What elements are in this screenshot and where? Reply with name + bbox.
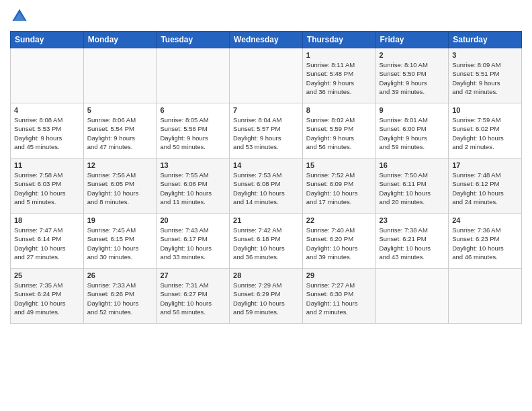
day-number: 29 — [306, 271, 372, 279]
week-row-2: 4Sunrise: 8:08 AM Sunset: 5:53 PM Daylig… — [11, 103, 522, 158]
day-number: 16 — [380, 161, 445, 169]
calendar-cell: 13Sunrise: 7:55 AM Sunset: 6:06 PM Dayli… — [157, 158, 230, 214]
day-header-wednesday: Wednesday — [230, 32, 303, 48]
week-row-4: 18Sunrise: 7:47 AM Sunset: 6:14 PM Dayli… — [11, 214, 522, 269]
day-number: 27 — [160, 271, 226, 279]
logo-icon — [10, 7, 29, 26]
cell-content: Sunrise: 7:59 AM Sunset: 6:02 PM Dayligh… — [452, 116, 518, 151]
day-number: 23 — [380, 216, 445, 224]
day-number: 8 — [306, 106, 372, 114]
cell-content: Sunrise: 7:50 AM Sunset: 6:11 PM Dayligh… — [380, 171, 445, 206]
cell-content: Sunrise: 8:06 AM Sunset: 5:54 PM Dayligh… — [87, 116, 153, 151]
calendar-cell: 18Sunrise: 7:47 AM Sunset: 6:14 PM Dayli… — [11, 214, 84, 269]
day-number: 12 — [87, 161, 153, 169]
day-number: 11 — [14, 161, 80, 169]
cell-content: Sunrise: 8:08 AM Sunset: 5:53 PM Dayligh… — [14, 116, 80, 151]
calendar-cell — [230, 48, 303, 103]
calendar-cell: 7Sunrise: 8:04 AM Sunset: 5:57 PM Daylig… — [230, 103, 303, 158]
logo — [10, 7, 32, 26]
cell-content: Sunrise: 7:36 AM Sunset: 6:23 PM Dayligh… — [452, 226, 518, 261]
cell-content: Sunrise: 7:55 AM Sunset: 6:06 PM Dayligh… — [160, 171, 226, 206]
day-header-thursday: Thursday — [302, 32, 375, 48]
calendar-cell: 23Sunrise: 7:38 AM Sunset: 6:21 PM Dayli… — [375, 214, 449, 269]
calendar-cell: 11Sunrise: 7:58 AM Sunset: 6:03 PM Dayli… — [11, 158, 84, 214]
calendar-cell: 21Sunrise: 7:42 AM Sunset: 6:18 PM Dayli… — [230, 214, 303, 269]
cell-content: Sunrise: 7:45 AM Sunset: 6:15 PM Dayligh… — [87, 226, 153, 261]
calendar-cell: 20Sunrise: 7:43 AM Sunset: 6:17 PM Dayli… — [157, 214, 230, 269]
day-number: 25 — [14, 271, 80, 279]
cell-content: Sunrise: 7:42 AM Sunset: 6:18 PM Dayligh… — [233, 226, 299, 261]
calendar-cell — [157, 48, 230, 103]
day-number: 26 — [87, 271, 153, 279]
calendar-cell: 15Sunrise: 7:52 AM Sunset: 6:09 PM Dayli… — [302, 158, 375, 214]
day-number: 7 — [233, 106, 299, 114]
day-number: 15 — [306, 161, 372, 169]
calendar-cell: 3Sunrise: 8:09 AM Sunset: 5:51 PM Daylig… — [449, 48, 522, 103]
calendar-cell: 24Sunrise: 7:36 AM Sunset: 6:23 PM Dayli… — [449, 214, 522, 269]
cell-content: Sunrise: 7:43 AM Sunset: 6:17 PM Dayligh… — [160, 226, 226, 261]
day-number: 9 — [380, 106, 445, 114]
cell-content: Sunrise: 7:53 AM Sunset: 6:08 PM Dayligh… — [233, 171, 299, 206]
day-number: 17 — [452, 161, 518, 169]
day-header-sunday: Sunday — [11, 32, 84, 48]
day-number: 5 — [87, 106, 153, 114]
cell-content: Sunrise: 7:40 AM Sunset: 6:20 PM Dayligh… — [306, 226, 372, 261]
calendar-cell: 28Sunrise: 7:29 AM Sunset: 6:29 PM Dayli… — [230, 269, 303, 324]
day-number: 21 — [233, 216, 299, 224]
calendar-cell: 10Sunrise: 7:59 AM Sunset: 6:02 PM Dayli… — [449, 103, 522, 158]
cell-content: Sunrise: 7:38 AM Sunset: 6:21 PM Dayligh… — [380, 226, 445, 261]
day-number: 3 — [452, 51, 518, 59]
cell-content: Sunrise: 8:10 AM Sunset: 5:50 PM Dayligh… — [380, 60, 445, 96]
header — [10, 7, 522, 26]
page: SundayMondayTuesdayWednesdayThursdayFrid… — [0, 0, 532, 411]
cell-content: Sunrise: 7:48 AM Sunset: 6:12 PM Dayligh… — [452, 171, 518, 206]
calendar-body: 1Sunrise: 8:11 AM Sunset: 5:48 PM Daylig… — [11, 48, 522, 324]
day-number: 2 — [380, 51, 445, 59]
cell-content: Sunrise: 8:05 AM Sunset: 5:56 PM Dayligh… — [160, 116, 226, 151]
calendar-cell: 6Sunrise: 8:05 AM Sunset: 5:56 PM Daylig… — [157, 103, 230, 158]
day-number: 24 — [452, 216, 518, 224]
cell-content: Sunrise: 7:27 AM Sunset: 6:30 PM Dayligh… — [306, 281, 372, 316]
day-header-monday: Monday — [83, 32, 157, 48]
week-row-1: 1Sunrise: 8:11 AM Sunset: 5:48 PM Daylig… — [11, 48, 522, 103]
calendar-table: SundayMondayTuesdayWednesdayThursdayFrid… — [10, 31, 522, 324]
day-number: 22 — [306, 216, 372, 224]
calendar-cell: 19Sunrise: 7:45 AM Sunset: 6:15 PM Dayli… — [83, 214, 157, 269]
calendar-cell: 29Sunrise: 7:27 AM Sunset: 6:30 PM Dayli… — [302, 269, 375, 324]
day-number: 14 — [233, 161, 299, 169]
cell-content: Sunrise: 8:04 AM Sunset: 5:57 PM Dayligh… — [233, 116, 299, 151]
calendar-cell: 22Sunrise: 7:40 AM Sunset: 6:20 PM Dayli… — [302, 214, 375, 269]
calendar-cell: 9Sunrise: 8:01 AM Sunset: 6:00 PM Daylig… — [375, 103, 449, 158]
calendar-cell — [375, 269, 449, 324]
day-header-friday: Friday — [375, 32, 449, 48]
day-number: 20 — [160, 216, 226, 224]
day-number: 18 — [14, 216, 80, 224]
cell-content: Sunrise: 8:11 AM Sunset: 5:48 PM Dayligh… — [306, 60, 372, 96]
calendar-cell: 5Sunrise: 8:06 AM Sunset: 5:54 PM Daylig… — [83, 103, 157, 158]
calendar-cell: 27Sunrise: 7:31 AM Sunset: 6:27 PM Dayli… — [157, 269, 230, 324]
week-row-3: 11Sunrise: 7:58 AM Sunset: 6:03 PM Dayli… — [11, 158, 522, 214]
cell-content: Sunrise: 7:56 AM Sunset: 6:05 PM Dayligh… — [87, 171, 153, 206]
calendar-cell — [449, 269, 522, 324]
week-row-5: 25Sunrise: 7:35 AM Sunset: 6:24 PM Dayli… — [11, 269, 522, 324]
calendar-cell: 14Sunrise: 7:53 AM Sunset: 6:08 PM Dayli… — [230, 158, 303, 214]
cell-content: Sunrise: 7:35 AM Sunset: 6:24 PM Dayligh… — [14, 281, 80, 316]
cell-content: Sunrise: 8:01 AM Sunset: 6:00 PM Dayligh… — [380, 116, 445, 151]
calendar-cell: 1Sunrise: 8:11 AM Sunset: 5:48 PM Daylig… — [302, 48, 375, 103]
calendar-cell: 16Sunrise: 7:50 AM Sunset: 6:11 PM Dayli… — [375, 158, 449, 214]
calendar-cell: 12Sunrise: 7:56 AM Sunset: 6:05 PM Dayli… — [83, 158, 157, 214]
cell-content: Sunrise: 8:09 AM Sunset: 5:51 PM Dayligh… — [452, 60, 518, 96]
calendar-cell: 25Sunrise: 7:35 AM Sunset: 6:24 PM Dayli… — [11, 269, 84, 324]
day-number: 4 — [14, 106, 80, 114]
cell-content: Sunrise: 7:52 AM Sunset: 6:09 PM Dayligh… — [306, 171, 372, 206]
day-header-saturday: Saturday — [449, 32, 522, 48]
calendar-cell: 8Sunrise: 8:02 AM Sunset: 5:59 PM Daylig… — [302, 103, 375, 158]
cell-content: Sunrise: 8:02 AM Sunset: 5:59 PM Dayligh… — [306, 116, 372, 151]
calendar-cell: 4Sunrise: 8:08 AM Sunset: 5:53 PM Daylig… — [11, 103, 84, 158]
days-of-week-row: SundayMondayTuesdayWednesdayThursdayFrid… — [11, 32, 522, 48]
day-number: 1 — [306, 51, 372, 59]
cell-content: Sunrise: 7:31 AM Sunset: 6:27 PM Dayligh… — [160, 281, 226, 316]
day-number: 19 — [87, 216, 153, 224]
day-header-tuesday: Tuesday — [157, 32, 230, 48]
calendar-header: SundayMondayTuesdayWednesdayThursdayFrid… — [11, 32, 522, 48]
